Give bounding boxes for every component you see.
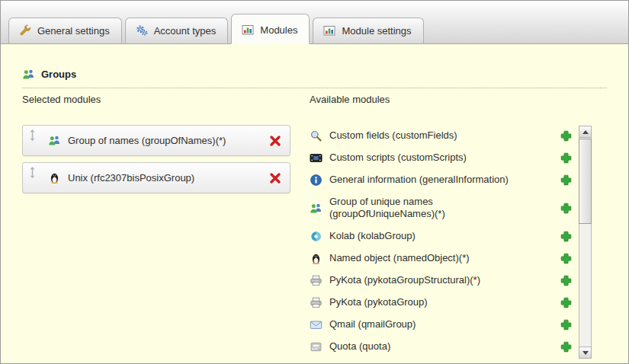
module-label: Custom fields (customFields) <box>329 129 457 142</box>
tux-icon <box>48 171 61 184</box>
add-icon[interactable] <box>560 253 572 264</box>
delete-icon[interactable] <box>269 135 281 147</box>
available-module-row: Named object (namedObject)(*) <box>310 247 579 270</box>
delete-icon[interactable] <box>269 172 281 184</box>
lam-config-window: General settings Account types Modules M… <box>0 0 629 364</box>
add-icon[interactable] <box>560 231 572 242</box>
wrench-icon <box>19 24 31 37</box>
add-icon[interactable] <box>560 319 572 330</box>
tab-module-settings[interactable]: Module settings <box>313 18 423 43</box>
module-label: Quota (quota) <box>329 340 390 353</box>
add-icon[interactable] <box>560 275 572 286</box>
scrollbar-thumb[interactable] <box>579 139 592 224</box>
available-module-row: Quota (quota) <box>310 336 579 358</box>
drag-handle-icon[interactable] <box>28 129 37 141</box>
printer-icon <box>310 274 323 287</box>
arrow-up-icon <box>582 130 589 134</box>
group-icon <box>310 202 323 215</box>
disk-icon <box>310 340 323 353</box>
available-module-row: PyKota (pykotaGroup) <box>310 292 579 314</box>
module-label: Unix (rfc2307bisPosixGroup) <box>68 172 269 184</box>
available-module-row: Group of unique names (groupOfUniqueName… <box>310 191 579 225</box>
scrollbar[interactable] <box>579 126 592 359</box>
selected-modules-heading: Selected modules <box>22 94 290 105</box>
magnifier-icon <box>310 129 323 142</box>
tab-label: Account types <box>154 25 217 37</box>
chart-icon <box>242 24 254 36</box>
tab-bar: General settings Account types Modules M… <box>1 1 628 44</box>
tab-general-settings[interactable]: General settings <box>8 18 122 43</box>
group-icon <box>48 134 61 147</box>
available-modules-list: Custom fields (customFields) Custom scri… <box>310 125 579 359</box>
tab-account-types[interactable]: Account types <box>125 18 229 43</box>
add-icon[interactable] <box>560 174 572 186</box>
available-module-row: Custom scripts (customScripts) <box>310 147 579 169</box>
add-icon[interactable] <box>560 203 572 214</box>
available-module-row: PyKota (pykotaGroupStructural)(*) <box>310 270 579 292</box>
section-heading: Groups <box>22 68 607 88</box>
group-icon <box>22 68 35 81</box>
tab-label: Modules <box>260 24 297 36</box>
tab-label: General settings <box>37 25 110 37</box>
available-module-row: Qmail (qmailGroup) <box>310 314 579 336</box>
module-label: PyKota (pykotaGroup) <box>329 296 428 308</box>
module-label: Named object (namedObject)(*) <box>329 252 470 264</box>
gears-icon <box>136 24 148 37</box>
tab-modules[interactable]: Modules <box>231 14 310 44</box>
module-label: Group of unique names (groupOfUniqueName… <box>329 196 537 221</box>
selected-module-row: Unix (rfc2307bisPosixGroup) <box>22 162 290 193</box>
tab-label: Module settings <box>342 25 411 37</box>
available-modules-heading: Available modules <box>310 94 592 105</box>
module-label: Qmail (qmailGroup) <box>329 318 416 330</box>
available-modules-list-wrap: Custom fields (customFields) Custom scri… <box>310 125 592 359</box>
selected-module-row: Group of names (groupOfNames)(*) <box>22 125 290 156</box>
drag-handle-icon[interactable] <box>28 167 37 178</box>
tux-icon <box>310 252 323 265</box>
available-module-row: General information (generalInformation) <box>310 169 579 191</box>
scrollbar-down-button[interactable] <box>579 346 592 359</box>
add-icon[interactable] <box>560 297 572 308</box>
available-modules-column: Available modules Custom fields (customF… <box>310 94 592 359</box>
kolab-icon <box>310 230 323 243</box>
available-module-row: Custom fields (customFields) <box>310 125 579 147</box>
add-icon[interactable] <box>560 341 572 353</box>
available-module-row: Kolab (kolabGroup) <box>310 225 579 247</box>
module-label: Custom scripts (customScripts) <box>329 152 467 164</box>
printer-icon <box>310 296 323 309</box>
module-label: Group of names (groupOfNames)(*) <box>68 135 269 146</box>
add-icon[interactable] <box>560 152 572 164</box>
info-icon <box>310 174 323 187</box>
chart-icon <box>323 24 335 37</box>
mail-icon <box>310 318 323 331</box>
add-icon[interactable] <box>560 130 572 142</box>
arrow-down-icon <box>582 351 589 355</box>
script-icon <box>310 152 323 164</box>
page-title: Groups <box>41 69 76 80</box>
module-label: Kolab (kolabGroup) <box>329 230 416 242</box>
selected-modules-column: Selected modules Group of names (groupOf… <box>22 94 290 200</box>
module-label: PyKota (pykotaGroupStructural)(*) <box>329 274 480 286</box>
module-label: General information (generalInformation) <box>329 174 509 186</box>
scrollbar-up-button[interactable] <box>579 126 592 138</box>
